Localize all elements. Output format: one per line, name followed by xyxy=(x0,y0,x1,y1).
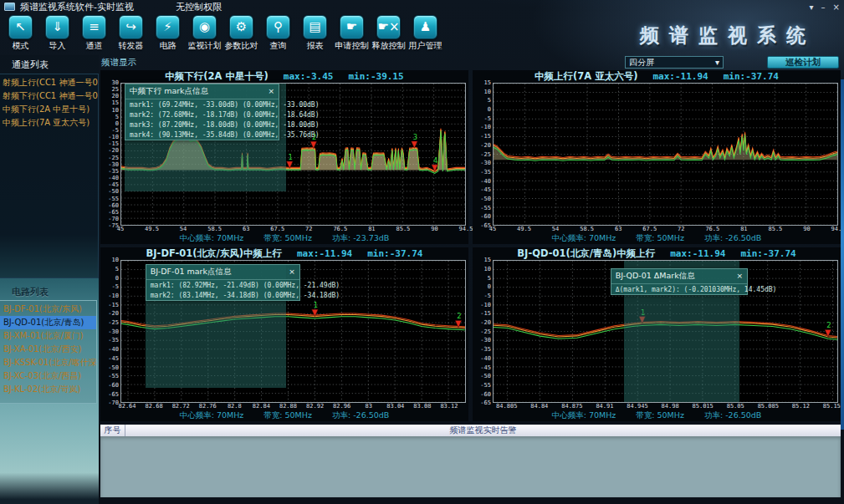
spectrum-chart-2: 中频上行(7A 亚太六号)max:-11.94min:-37.74151050-… xyxy=(473,70,841,244)
circuit-item[interactable]: BJ-XC-03(北京/西昌) xyxy=(0,369,96,383)
user-icon: ♟ xyxy=(413,15,437,39)
app-window: 频谱监视系统软件-实时监视 无控制权限 ▾ – × ↖模式⇓导入≡通道↪转发器⚡… xyxy=(0,0,844,504)
spectrum-chart-3: BJ-DF-01(北京/东风)中频上行max:-11.94min:-37.741… xyxy=(100,247,468,421)
toolbar-button-5[interactable]: ⚡电路 xyxy=(151,15,184,52)
right-edge-strip xyxy=(841,79,844,430)
center-frequency: 中心频率: 70MHz xyxy=(552,410,616,420)
minimize-button[interactable]: – xyxy=(821,3,826,12)
x-axis-labels: 4549.55458.56367.57276.58185.59094.5 xyxy=(120,226,466,233)
close-icon[interactable]: × xyxy=(280,267,295,276)
circuit-list: BJ-DF-01(北京/东风)BJ-QD-01(北京/青岛)BJ-XM-01(北… xyxy=(0,300,97,404)
chart-max-value: max:-11.94 xyxy=(652,71,708,82)
toolbar-button-label: 电路 xyxy=(160,40,176,52)
close-icon[interactable]: × xyxy=(260,87,275,95)
channel-item[interactable]: 射频上行(CC1 神通一号02星) xyxy=(3,76,98,89)
y-axis-labels: 1050-5-10-15-20-25-30-35-40-45-50-55-60-… xyxy=(100,260,120,403)
subbar: 频谱显示 四分屏 ▾ 巡检计划 xyxy=(99,55,844,70)
chart-max-value: max:-11.94 xyxy=(297,248,352,259)
y-axis-labels: 151050-5-10-15-20-25-30-35-40-45-50-55-6… xyxy=(473,260,493,403)
release-control-icon: ☛× xyxy=(376,15,401,39)
mark-info-panel: BJ-QD-01 ΔMark信息×Δ(mark1, mark2): (-0.20… xyxy=(611,268,748,295)
svg-text:4: 4 xyxy=(433,155,438,165)
alarm-title: 频谱监视实时告警 xyxy=(125,425,841,436)
import-icon: ⇓ xyxy=(45,15,69,39)
power: 功率: -23.73dB xyxy=(332,233,389,242)
alarm-body[interactable] xyxy=(100,436,841,497)
svg-text:2: 2 xyxy=(826,321,831,330)
toolbar-button-10[interactable]: ☛申请控制 xyxy=(335,15,368,52)
chart-min-value: min:-37.74 xyxy=(367,248,422,259)
alarm-panel: 序号 频谱监视实时告警 xyxy=(100,425,841,497)
transponder-icon: ↪ xyxy=(119,15,143,39)
circuit-item[interactable]: BJ-QD-01(北京/青岛) xyxy=(0,316,96,329)
chart-max-value: max:-3.45 xyxy=(284,71,334,82)
circuit-item[interactable]: BJ-XA-01(北京/西安) xyxy=(0,343,96,356)
power: 功率: -26.50dB xyxy=(704,233,761,242)
toolbar-button-11[interactable]: ☛×释放控制 xyxy=(372,15,405,52)
toolbar-button-label: 查询 xyxy=(270,40,287,52)
chart-title: 中频下行(2A 中星十号)max:-3.45min:-39.15 xyxy=(100,70,468,83)
toolbar-button-12[interactable]: ♟用户管理 xyxy=(409,15,442,52)
toolbar-button-7[interactable]: ⚙参数比对 xyxy=(225,15,258,52)
circuit-item[interactable]: BJ-KSSK-01(北京/喀什深空站) xyxy=(0,356,96,369)
svg-text:1: 1 xyxy=(314,301,318,310)
mark-row: mark2: (83.14MHz, -34.18dB) (0.00MHz, -3… xyxy=(146,290,299,300)
chart-min-value: min:-37.74 xyxy=(740,248,795,259)
toolbar-button-4[interactable]: ↪转发器 xyxy=(115,15,147,52)
chart-plot-area[interactable]: 12BJ-QD-01 ΔMark信息×Δ(mark1, mark2): (-0.… xyxy=(493,260,838,403)
patrol-plan-button[interactable]: 巡检计划 xyxy=(767,56,839,69)
chart-min-value: min:-39.15 xyxy=(348,71,403,82)
toolbar-button-label: 监视计划 xyxy=(188,40,222,52)
power: 功率: -26.50dB xyxy=(704,410,761,420)
bottom-strip xyxy=(99,497,844,504)
circuit-item[interactable]: BJ-KL-02(北京/岢岚) xyxy=(0,383,96,396)
channels-icon: ≡ xyxy=(82,15,106,39)
bandwidth: 带宽: 50MHz xyxy=(263,410,312,420)
toolbar-button-9[interactable]: ▤报表 xyxy=(299,15,331,52)
chart-footer: 中心频率: 70MHz带宽: 50MHz功率: -26.50dB xyxy=(473,233,841,244)
mark-row: mark2: (72.68MHz, -18.17dB) (0.00MHz, -1… xyxy=(125,109,279,120)
titlebar: 频谱监视系统软件-实时监视 无控制权限 ▾ – × xyxy=(0,0,844,13)
chart-plot-area[interactable]: 1234中频下行 mark点信息×mark1: (69.24MHz, -33.0… xyxy=(120,83,466,226)
channel-item[interactable]: 中频上行(7A 亚太六号) xyxy=(3,116,98,130)
window-title: 频谱监视系统软件-实时监视 xyxy=(20,1,134,13)
toolbar-button-1[interactable]: ↖模式 xyxy=(4,15,37,52)
close-icon[interactable]: × xyxy=(729,272,744,280)
circuit-item[interactable]: BJ-DF-01(北京/东风) xyxy=(0,303,96,316)
mark-row: mark1: (69.24MHz, -33.00dB) (0.00MHz, -3… xyxy=(125,99,279,109)
toolbar-button-label: 用户管理 xyxy=(409,40,442,52)
plug-icon: ⚡ xyxy=(156,15,180,39)
toolbar-button-label: 模式 xyxy=(13,40,29,52)
channel-list: 射频上行(CC1 神通一号02星)射频下行(CC1 神通一号02星)中频下行(2… xyxy=(0,74,99,278)
chart-max-value: max:-11.94 xyxy=(670,248,725,259)
toolbar-button-label: 释放控制 xyxy=(372,40,406,52)
search-icon: ⚲ xyxy=(266,15,290,39)
x-axis-labels: 82.6482.6882.7282.7682.882.8482.8882.928… xyxy=(120,403,466,410)
eye-icon: ◉ xyxy=(192,15,217,39)
x-axis-labels: 4549.55458.56367.57276.58185.59094.5 xyxy=(493,226,838,233)
toolbar-button-6[interactable]: ◉监视计划 xyxy=(188,15,221,52)
chevron-down-icon: ▾ xyxy=(715,58,719,67)
app-logo-icon xyxy=(4,3,15,11)
chart-plot-area[interactable] xyxy=(493,83,838,226)
toolbar-button-label: 报表 xyxy=(307,40,324,52)
circuit-list-title: 电路列表 xyxy=(0,278,99,300)
spectrum-chart-1: 中频下行(2A 中星十号)max:-3.45min:-39.1530252015… xyxy=(100,70,468,244)
toolbar-button-3[interactable]: ≡通道 xyxy=(78,15,110,52)
close-button[interactable]: × xyxy=(833,3,840,12)
svg-text:3: 3 xyxy=(413,132,417,141)
permission-status: 无控制权限 xyxy=(176,1,222,13)
channel-item[interactable]: 中频下行(2A 中星十号) xyxy=(3,103,98,116)
mark-row: mark3: (87.20MHz, -18.00dB) (0.00MHz, -1… xyxy=(125,120,279,130)
channel-item[interactable]: 射频下行(CC1 神通一号02星) xyxy=(3,89,98,103)
mark-panel-title: BJ-DF-01 mark点信息 xyxy=(151,267,232,277)
toolbar-button-8[interactable]: ⚲查询 xyxy=(262,15,294,52)
screen-layout-select[interactable]: 四分屏 ▾ xyxy=(625,56,724,69)
mark-info-panel: 中频下行 mark点信息×mark1: (69.24MHz, -33.00dB)… xyxy=(125,84,279,140)
circuit-item[interactable]: BJ-XM-01(北京/厦门) xyxy=(0,329,96,343)
toolbar-button-label: 参数比对 xyxy=(225,40,258,52)
pin-icon[interactable]: ▾ xyxy=(810,3,814,12)
chart-plot-area[interactable]: 12BJ-DF-01 mark点信息×mark1: (82.92MHz, -21… xyxy=(120,260,466,403)
chart-min-value: min:-37.74 xyxy=(724,71,779,82)
toolbar-button-2[interactable]: ⇓导入 xyxy=(41,15,74,52)
